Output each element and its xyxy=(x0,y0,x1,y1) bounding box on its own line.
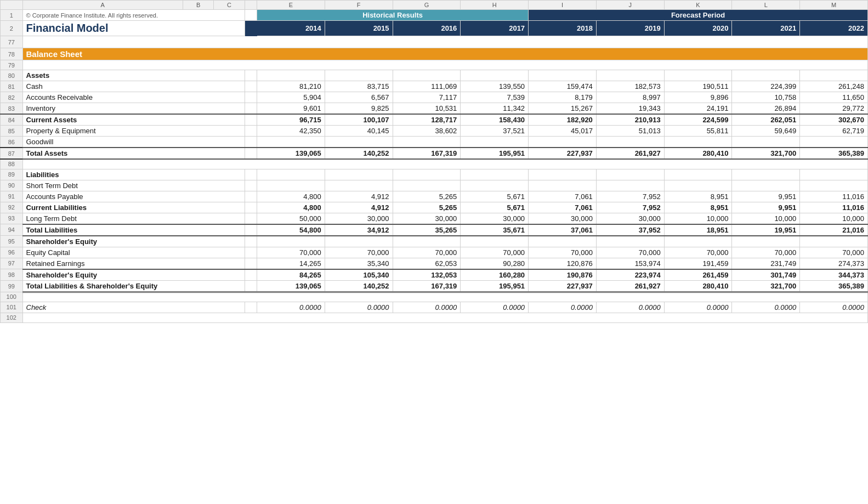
liabilities-label: Liabilities xyxy=(22,169,245,180)
row-95: 95 Shareholder's Equity xyxy=(1,236,868,247)
col-h-letter: H xyxy=(461,1,529,10)
cash-2017: 139,550 xyxy=(461,81,529,92)
cash-2022: 261,248 xyxy=(800,81,868,92)
cash-2019: 182,573 xyxy=(596,81,664,92)
cash-label: Cash xyxy=(22,81,245,92)
row-82: 82 Accounts Receivable 5,904 6,567 7,117… xyxy=(1,92,868,103)
year-2021: 2021 xyxy=(732,21,800,36)
cash-2018: 159,474 xyxy=(529,81,597,92)
year-2022: 2022 xyxy=(800,21,868,36)
col-i-letter: I xyxy=(529,1,597,10)
row-100: 100 xyxy=(1,292,868,302)
balance-sheet-header: Balance Sheet xyxy=(22,48,868,60)
cash-2014: 81,210 xyxy=(257,81,325,92)
row-98: 98 Shareholder's Equity 84,265 105,340 1… xyxy=(1,269,868,281)
year-2018: 2018 xyxy=(529,21,597,36)
row-85: 85 Property & Equipment 42,350 40,145 38… xyxy=(1,126,868,137)
total-assets-label: Total Assets xyxy=(22,148,245,159)
total-liab-equity-label: Total Liabilities & Shareholder's Equity xyxy=(22,280,245,292)
copyright-cell: © Corporate Finance Institute. All right… xyxy=(22,10,245,21)
current-assets-label: Current Assets xyxy=(22,114,245,126)
ltd-label: Long Term Debt xyxy=(22,213,245,224)
row-88: 88 xyxy=(1,159,868,169)
row-97: 97 Retained Earnings 14,265 35,340 62,05… xyxy=(1,258,868,269)
row-num-78: 78 xyxy=(1,48,23,60)
row-num-2: 2 xyxy=(1,21,23,36)
row-84: 84 Current Assets 96,715 100,107 128,717… xyxy=(1,114,868,126)
check-label: Check xyxy=(22,302,245,313)
year-2017: 2017 xyxy=(461,21,529,36)
cash-2021: 224,399 xyxy=(732,81,800,92)
col-e-letter: E xyxy=(257,1,325,10)
ap-label: Accounts Payable xyxy=(22,191,245,202)
row-93: 93 Long Term Debt 50,000 30,000 30,000 3… xyxy=(1,213,868,224)
col-m-letter: M xyxy=(800,1,868,10)
ppe-label: Property & Equipment xyxy=(22,126,245,137)
row-1: 1 © Corporate Finance Institute. All rig… xyxy=(1,10,868,21)
col-b-letter: B xyxy=(183,1,214,10)
row-2: 2 Financial Model 2014 2015 2016 2017 20… xyxy=(1,21,868,36)
year-2016: 2016 xyxy=(393,21,461,36)
row-86: 86 Goodwill xyxy=(1,137,868,148)
inventory-label: Inventory xyxy=(22,103,245,115)
financial-model-title: Financial Model xyxy=(22,21,245,36)
forecast-header: Forecast Period xyxy=(529,10,868,21)
historical-header: Historical Results xyxy=(257,10,529,21)
col-d-letter xyxy=(245,1,257,10)
retained-earnings-label: Retained Earnings xyxy=(22,258,245,269)
row-83: 83 Inventory 9,601 9,825 10,531 11,342 1… xyxy=(1,103,868,115)
year-2020: 2020 xyxy=(664,21,732,36)
assets-label: Assets xyxy=(22,70,245,81)
row-94: 94 Total Liabilities 54,800 34,912 35,26… xyxy=(1,224,868,236)
shareholders-equity-label: Shareholder's Equity xyxy=(22,269,245,281)
cash-2015: 83,715 xyxy=(325,81,393,92)
ar-label: Accounts Receivable xyxy=(22,92,245,103)
total-liab-label: Total Liabilities xyxy=(22,224,245,236)
corner-cell xyxy=(1,1,23,10)
col-j-letter: J xyxy=(596,1,664,10)
current-liab-label: Current Liabilities xyxy=(22,202,245,213)
col-a-letter: A xyxy=(22,1,183,10)
cash-2016: 111,069 xyxy=(393,81,461,92)
row-89: 89 Liabilities xyxy=(1,169,868,180)
equity-capital-label: Equity Capital xyxy=(22,247,245,258)
cash-2020: 190,511 xyxy=(664,81,732,92)
row-102: 102 xyxy=(1,313,868,322)
row-78: 78 Balance Sheet xyxy=(1,48,868,60)
row-91: 91 Accounts Payable 4,800 4,912 5,265 5,… xyxy=(1,191,868,202)
row-79: 79 xyxy=(1,60,868,70)
row-num-79: 79 xyxy=(1,60,23,70)
col-f-letter: F xyxy=(325,1,393,10)
equity-section-label: Shareholder's Equity xyxy=(22,236,245,247)
row-90: 90 Short Term Debt xyxy=(1,180,868,191)
goodwill-label: Goodwill xyxy=(22,137,245,148)
year-2014: 2014 xyxy=(257,21,325,36)
row-99: 99 Total Liabilities & Shareholder's Equ… xyxy=(1,280,868,292)
row-80: 80 Assets xyxy=(1,70,868,81)
row-101: 101 Check 0.0000 0.0000 0.0000 0.0000 0.… xyxy=(1,302,868,313)
row-96: 96 Equity Capital 70,000 70,000 70,000 7… xyxy=(1,247,868,258)
year-2019: 2019 xyxy=(596,21,664,36)
year-2015: 2015 xyxy=(325,21,393,36)
spreadsheet: A B C E F G H I J K L M 1 © Corporate Fi… xyxy=(0,0,868,323)
col-c-letter: C xyxy=(214,1,245,10)
col-l-letter: L xyxy=(732,1,800,10)
row-num-80: 80 xyxy=(1,70,23,81)
row-87: 87 Total Assets 139,065 140,252 167,319 … xyxy=(1,148,868,159)
row-num-77: 77 xyxy=(1,36,23,48)
col-g-letter: G xyxy=(393,1,461,10)
row-num-1: 1 xyxy=(1,10,23,21)
row-81: 81 Cash 81,210 83,715 111,069 139,550 15… xyxy=(1,81,868,92)
row-77: 77 xyxy=(1,36,868,48)
col-k-letter: K xyxy=(664,1,732,10)
row-92: 92 Current Liabilities 4,800 4,912 5,265… xyxy=(1,202,868,213)
std-label: Short Term Debt xyxy=(22,180,245,191)
